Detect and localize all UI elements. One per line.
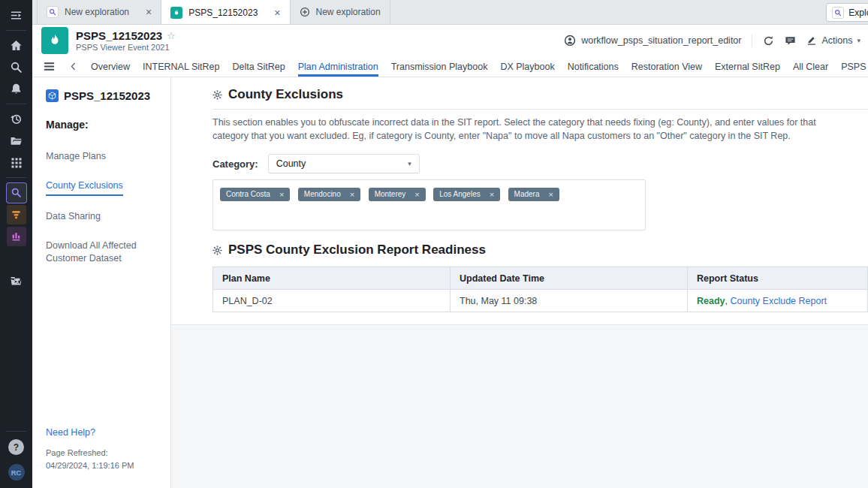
app-header: PSPS_12152023 ☆ PSPS Viewer Event 2021 w… (32, 25, 868, 56)
folder-star-icon[interactable] (0, 270, 32, 291)
page-refreshed-label: Page Refreshed: (46, 447, 134, 459)
chip-madera: Madera× (508, 188, 559, 201)
header-divider (752, 34, 752, 47)
category-select[interactable]: County ▾ (269, 155, 419, 173)
exploration-search-icon (47, 6, 59, 18)
explore-search-icon (832, 7, 844, 19)
page-refreshed-timestamp: 04/29/2024, 1:19:16 PM (46, 459, 134, 472)
current-user[interactable]: workflow_psps_situation_report_editor (564, 35, 741, 47)
sidebar-expand-icon[interactable] (0, 5, 32, 26)
left-rail: ? RC (0, 0, 32, 488)
annotate-icon (806, 35, 817, 46)
status-badge: Ready (697, 296, 725, 306)
tab-restoration-view[interactable]: Restoration View (631, 56, 702, 77)
manage-panel: PSPS_12152023 Manage: Manage Plans Count… (32, 77, 171, 488)
tab-new-exploration-2[interactable]: New exploration (291, 0, 390, 24)
sidebar-item-county-exclusions[interactable]: County Exclusions (46, 179, 123, 196)
header-actions: workflow_psps_situation_report_editor Ac… (564, 34, 860, 47)
notifications-bell-icon[interactable] (0, 78, 32, 100)
person-icon (564, 35, 576, 47)
chip-monterey: Monterey× (369, 188, 426, 201)
search-icon[interactable] (0, 56, 32, 78)
column-plan-name: Plan Name (213, 267, 451, 290)
actions-menu-button[interactable]: Actions ▾ (806, 35, 860, 46)
panel-title: PSPS_12152023 (64, 89, 150, 102)
object-explorer-icon[interactable] (0, 182, 32, 203)
sidebar-item-data-sharing[interactable]: Data Sharing (46, 210, 152, 223)
comment-icon[interactable] (785, 35, 796, 47)
chip-label: Mendocino (304, 190, 341, 198)
workspace-tab-bar: New exploration × PSPS_12152023 × New ex… (32, 0, 868, 25)
projects-folder-icon[interactable] (0, 130, 32, 152)
tab-external-sitrep[interactable]: External SitRep (715, 56, 780, 77)
close-icon[interactable]: × (414, 190, 419, 199)
tab-transmission-playbook[interactable]: Transmission Playbook (391, 56, 488, 77)
section-divider (212, 109, 868, 110)
help-icon[interactable]: ? (8, 439, 24, 455)
user-avatar[interactable]: RC (8, 464, 25, 480)
cell-updated: Thu, May 11 09:38 (451, 290, 688, 312)
close-icon[interactable]: × (146, 7, 152, 17)
close-icon[interactable]: × (279, 190, 284, 199)
section-title-report-readiness: PSPS County Exclusion Report Readiness (228, 242, 486, 258)
app-subtitle: PSPS Viewer Event 2021 (76, 43, 176, 52)
history-icon[interactable] (0, 108, 32, 130)
menu-icon[interactable] (43, 56, 56, 77)
flame-icon (170, 7, 182, 19)
explore-button[interactable]: Explore (826, 3, 868, 22)
gear-icon (212, 90, 222, 100)
plus-circle-icon (300, 7, 310, 17)
chip-mendocino: Mendocino× (298, 188, 360, 201)
refresh-icon[interactable] (763, 35, 774, 47)
app-titles: PSPS_12152023 ☆ PSPS Viewer Event 2021 (76, 29, 176, 52)
need-help-link[interactable]: Need Help? (46, 427, 134, 438)
tab-overview[interactable]: Overview (91, 56, 130, 77)
chevron-down-icon: ▾ (857, 37, 860, 44)
tab-psps-decision-dashboard[interactable]: PSPS Decision Dashboard (841, 56, 868, 77)
readiness-table: Plan Name Updated Date Time Report Statu… (212, 267, 868, 312)
explore-label: Explore (848, 8, 868, 18)
county-exclusions-page: County Exclusions This section enables y… (171, 77, 868, 325)
county-exclude-report-link[interactable]: County Exclude Report (730, 296, 827, 306)
excluded-values-input[interactable]: Contra Costa× Mendocino× Monterey× Los A… (212, 179, 646, 230)
chip-label: Madera (514, 190, 540, 198)
column-report-status: Report Status (688, 267, 868, 290)
tab-dx-playbook[interactable]: DX Playbook (500, 56, 554, 77)
chevron-left-icon[interactable] (68, 56, 78, 77)
tab-new-exploration-1[interactable]: New exploration × (37, 0, 161, 24)
chip-label: Contra Costa (226, 190, 270, 198)
contour-funnel-icon[interactable] (0, 203, 32, 225)
table-header-row: Plan Name Updated Date Time Report Statu… (213, 267, 868, 290)
rail-divider (6, 431, 26, 432)
manage-label: Manage: (46, 119, 160, 131)
rail-divider (6, 30, 26, 31)
favorite-star-icon[interactable]: ☆ (167, 30, 176, 41)
tab-delta-sitrep[interactable]: Delta SitRep (232, 56, 285, 77)
tab-notifications[interactable]: Notifications (568, 56, 619, 77)
rail-divider (6, 104, 26, 104)
sidebar-item-manage-plans[interactable]: Manage Plans (46, 150, 152, 163)
close-icon[interactable]: × (350, 190, 354, 199)
section-description: This section enables you to obfuscate in… (212, 116, 841, 143)
category-label: Category: (212, 158, 258, 170)
module-nav: Overview INTERNAL SitRep Delta SitRep Pl… (32, 56, 868, 77)
quiver-chart-icon[interactable] (0, 225, 32, 247)
close-icon[interactable]: × (549, 190, 553, 199)
close-icon[interactable]: × (490, 190, 494, 199)
apps-grid-icon[interactable] (0, 152, 32, 173)
page-title: PSPS_12152023 (76, 29, 162, 42)
rail-divider (6, 177, 26, 178)
category-selected-value: County (276, 158, 306, 169)
close-icon[interactable]: × (274, 8, 280, 18)
tab-label: New exploration (65, 7, 129, 17)
app-window: ? RC New exploration × PSPS_12152023 × (0, 0, 868, 488)
tab-all-clear[interactable]: All Clear (793, 56, 828, 77)
tab-plan-administration[interactable]: Plan Administration (298, 56, 378, 77)
tab-psps-12152023[interactable]: PSPS_12152023 × (161, 0, 290, 25)
tab-internal-sitrep[interactable]: INTERNAL SitRep (143, 56, 219, 77)
panel-footer: Need Help? Page Refreshed: 04/29/2024, 1… (46, 427, 134, 471)
chevron-down-icon: ▾ (408, 160, 411, 167)
gear-icon (212, 246, 222, 255)
home-icon[interactable] (0, 35, 32, 56)
sidebar-item-download-dataset[interactable]: Download All Affected Customer Dataset (46, 239, 152, 265)
